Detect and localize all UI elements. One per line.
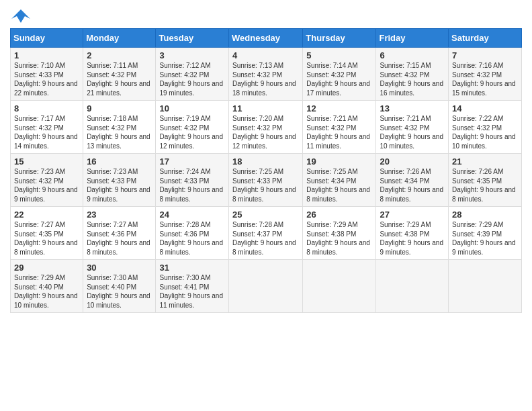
day-number: 31 (159, 263, 225, 273)
cell-info: Sunrise: 7:22 AMSunset: 4:32 PMDaylight:… (452, 115, 516, 150)
day-number: 30 (87, 263, 152, 273)
calendar-cell: 27 Sunrise: 7:29 AMSunset: 4:38 PMDaylig… (376, 207, 449, 260)
day-number: 5 (306, 50, 372, 60)
calendar-cell: 22 Sunrise: 7:27 AMSunset: 4:35 PMDaylig… (11, 207, 83, 260)
day-number: 9 (87, 103, 152, 113)
calendar-cell: 18 Sunrise: 7:25 AMSunset: 4:33 PMDaylig… (229, 154, 303, 207)
calendar-cell: 4 Sunrise: 7:13 AMSunset: 4:32 PMDayligh… (229, 48, 303, 101)
day-number: 18 (232, 156, 299, 167)
cell-info: Sunrise: 7:15 AMSunset: 4:32 PMDaylight:… (380, 62, 443, 97)
day-number: 28 (452, 210, 518, 220)
calendar-cell (303, 260, 376, 313)
day-number: 24 (159, 210, 225, 220)
calendar-cell: 29 Sunrise: 7:29 AMSunset: 4:40 PMDaylig… (11, 260, 83, 313)
cell-info: Sunrise: 7:27 AMSunset: 4:35 PMDaylight:… (14, 221, 78, 256)
day-number: 13 (380, 103, 445, 113)
day-number: 15 (14, 156, 79, 167)
day-header-saturday: Saturday (449, 29, 522, 48)
day-number: 7 (452, 50, 518, 60)
cell-info: Sunrise: 7:28 AMSunset: 4:36 PMDaylight:… (159, 221, 223, 256)
cell-info: Sunrise: 7:25 AMSunset: 4:34 PMDaylight:… (306, 168, 370, 203)
calendar-cell: 21 Sunrise: 7:26 AMSunset: 4:35 PMDaylig… (449, 154, 522, 207)
calendar-cell (376, 260, 449, 313)
day-number: 14 (452, 103, 518, 113)
calendar-cell: 5 Sunrise: 7:14 AMSunset: 4:32 PMDayligh… (303, 48, 376, 101)
calendar-cell: 10 Sunrise: 7:19 AMSunset: 4:32 PMDaylig… (156, 101, 229, 154)
calendar-cell: 19 Sunrise: 7:25 AMSunset: 4:34 PMDaylig… (303, 154, 376, 207)
cell-info: Sunrise: 7:27 AMSunset: 4:36 PMDaylight:… (87, 221, 150, 256)
cell-info: Sunrise: 7:28 AMSunset: 4:37 PMDaylight:… (232, 221, 296, 256)
day-header-tuesday: Tuesday (156, 29, 229, 48)
calendar-header-row: SundayMondayTuesdayWednesdayThursdayFrid… (11, 29, 522, 48)
day-number: 8 (14, 103, 79, 113)
calendar-cell: 24 Sunrise: 7:28 AMSunset: 4:36 PMDaylig… (156, 207, 229, 260)
calendar-cell: 15 Sunrise: 7:23 AMSunset: 4:32 PMDaylig… (11, 154, 83, 207)
cell-info: Sunrise: 7:12 AMSunset: 4:32 PMDaylight:… (159, 62, 223, 97)
day-number: 4 (232, 50, 299, 60)
calendar-cell: 9 Sunrise: 7:18 AMSunset: 4:32 PMDayligh… (83, 101, 156, 154)
calendar-cell: 14 Sunrise: 7:22 AMSunset: 4:32 PMDaylig… (449, 101, 522, 154)
cell-info: Sunrise: 7:10 AMSunset: 4:33 PMDaylight:… (14, 62, 78, 97)
cell-info: Sunrise: 7:29 AMSunset: 4:40 PMDaylight:… (14, 274, 78, 309)
svg-marker-0 (11, 9, 30, 23)
calendar-cell: 2 Sunrise: 7:11 AMSunset: 4:32 PMDayligh… (83, 48, 156, 101)
cell-info: Sunrise: 7:30 AMSunset: 4:41 PMDaylight:… (159, 274, 223, 309)
day-number: 2 (87, 50, 152, 60)
day-number: 21 (452, 156, 518, 167)
calendar-cell: 1 Sunrise: 7:10 AMSunset: 4:33 PMDayligh… (11, 48, 83, 101)
calendar-table: SundayMondayTuesdayWednesdayThursdayFrid… (10, 28, 522, 313)
cell-info: Sunrise: 7:25 AMSunset: 4:33 PMDaylight:… (232, 168, 296, 203)
day-number: 23 (87, 210, 152, 220)
calendar-cell (229, 260, 303, 313)
calendar-cell: 12 Sunrise: 7:21 AMSunset: 4:32 PMDaylig… (303, 101, 376, 154)
cell-info: Sunrise: 7:20 AMSunset: 4:32 PMDaylight:… (232, 115, 296, 150)
day-number: 12 (306, 103, 372, 113)
calendar-cell: 6 Sunrise: 7:15 AMSunset: 4:32 PMDayligh… (376, 48, 449, 101)
logo (10, 7, 30, 23)
calendar-cell: 3 Sunrise: 7:12 AMSunset: 4:32 PMDayligh… (156, 48, 229, 101)
calendar-week-1: 1 Sunrise: 7:10 AMSunset: 4:33 PMDayligh… (11, 48, 522, 101)
calendar-cell: 16 Sunrise: 7:23 AMSunset: 4:33 PMDaylig… (83, 154, 156, 207)
calendar-week-3: 15 Sunrise: 7:23 AMSunset: 4:32 PMDaylig… (11, 154, 522, 207)
cell-info: Sunrise: 7:18 AMSunset: 4:32 PMDaylight:… (87, 115, 150, 150)
cell-info: Sunrise: 7:21 AMSunset: 4:32 PMDaylight:… (306, 115, 370, 150)
cell-info: Sunrise: 7:13 AMSunset: 4:32 PMDaylight:… (232, 62, 296, 97)
calendar-cell: 20 Sunrise: 7:26 AMSunset: 4:34 PMDaylig… (376, 154, 449, 207)
calendar-cell: 23 Sunrise: 7:27 AMSunset: 4:36 PMDaylig… (83, 207, 156, 260)
calendar-cell: 30 Sunrise: 7:30 AMSunset: 4:40 PMDaylig… (83, 260, 156, 313)
calendar-week-4: 22 Sunrise: 7:27 AMSunset: 4:35 PMDaylig… (11, 207, 522, 260)
calendar-week-5: 29 Sunrise: 7:29 AMSunset: 4:40 PMDaylig… (11, 260, 522, 313)
day-number: 6 (380, 50, 445, 60)
day-number: 3 (159, 50, 225, 60)
day-header-thursday: Thursday (303, 29, 376, 48)
day-number: 11 (232, 103, 299, 113)
day-number: 25 (232, 210, 299, 220)
cell-info: Sunrise: 7:24 AMSunset: 4:33 PMDaylight:… (159, 168, 223, 203)
cell-info: Sunrise: 7:19 AMSunset: 4:32 PMDaylight:… (159, 115, 223, 150)
cell-info: Sunrise: 7:29 AMSunset: 4:38 PMDaylight:… (306, 221, 370, 256)
cell-info: Sunrise: 7:23 AMSunset: 4:32 PMDaylight:… (14, 168, 78, 203)
calendar-cell: 28 Sunrise: 7:29 AMSunset: 4:39 PMDaylig… (449, 207, 522, 260)
day-header-friday: Friday (376, 29, 449, 48)
cell-info: Sunrise: 7:29 AMSunset: 4:39 PMDaylight:… (452, 221, 516, 256)
day-number: 27 (380, 210, 445, 220)
cell-info: Sunrise: 7:11 AMSunset: 4:32 PMDaylight:… (87, 62, 150, 97)
calendar-cell: 31 Sunrise: 7:30 AMSunset: 4:41 PMDaylig… (156, 260, 229, 313)
calendar-cell: 25 Sunrise: 7:28 AMSunset: 4:37 PMDaylig… (229, 207, 303, 260)
cell-info: Sunrise: 7:23 AMSunset: 4:33 PMDaylight:… (87, 168, 150, 203)
day-number: 1 (14, 50, 79, 60)
calendar-cell: 13 Sunrise: 7:21 AMSunset: 4:32 PMDaylig… (376, 101, 449, 154)
cell-info: Sunrise: 7:21 AMSunset: 4:32 PMDaylight:… (380, 115, 443, 150)
logo-bird-icon (11, 7, 30, 26)
cell-info: Sunrise: 7:26 AMSunset: 4:35 PMDaylight:… (452, 168, 516, 203)
cell-info: Sunrise: 7:26 AMSunset: 4:34 PMDaylight:… (380, 168, 443, 203)
calendar-cell: 7 Sunrise: 7:16 AMSunset: 4:32 PMDayligh… (449, 48, 522, 101)
day-number: 10 (159, 103, 225, 113)
day-header-sunday: Sunday (11, 29, 83, 48)
day-number: 22 (14, 210, 79, 220)
calendar-cell: 26 Sunrise: 7:29 AMSunset: 4:38 PMDaylig… (303, 207, 376, 260)
calendar-cell: 8 Sunrise: 7:17 AMSunset: 4:32 PMDayligh… (11, 101, 83, 154)
day-number: 17 (159, 156, 225, 167)
page: SundayMondayTuesdayWednesdayThursdayFrid… (0, 0, 532, 411)
cell-info: Sunrise: 7:14 AMSunset: 4:32 PMDaylight:… (306, 62, 370, 97)
